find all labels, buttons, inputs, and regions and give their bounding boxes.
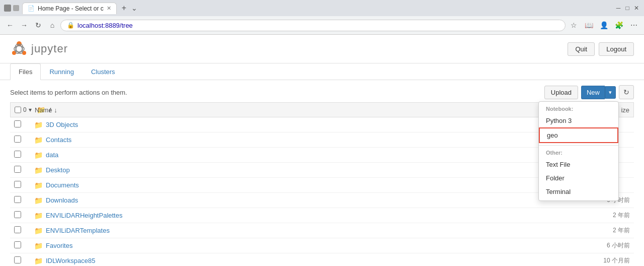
row-checkbox-4[interactable] xyxy=(14,181,21,188)
reading-list-button[interactable]: 📖 xyxy=(583,19,595,31)
browser-actions: ☆ 📖 👤 🧩 ⋯ xyxy=(568,19,640,31)
tab-files[interactable]: Files xyxy=(10,63,41,80)
terminal-option[interactable]: Terminal xyxy=(539,185,618,198)
row-name-col: 📁 Favorites xyxy=(34,242,570,250)
browser-tab[interactable]: 📄 Home Page - Select or c ✕ xyxy=(22,3,117,14)
folder-icon: 📁 xyxy=(34,242,43,250)
refresh-files-button[interactable]: ↻ xyxy=(619,85,634,99)
toolbar-hint: Select items to perform actions on them. xyxy=(10,89,127,96)
selected-count: 0 ▾ xyxy=(23,106,32,113)
row-check-col xyxy=(14,151,34,159)
new-dropdown-menu: Notebook: Python 3 geo Other: Text File … xyxy=(538,101,619,201)
row-checkbox-8[interactable] xyxy=(14,241,21,248)
row-check-col xyxy=(14,196,34,205)
row-date-col: 2 年前 xyxy=(570,211,630,220)
minimize-button[interactable]: ─ xyxy=(615,5,622,12)
tab-favicon: 📄 xyxy=(28,5,35,12)
row-checkbox-6[interactable] xyxy=(14,211,21,218)
folder-icon: 📁 xyxy=(34,121,43,129)
other-section-header: Other: xyxy=(539,148,618,158)
nav-tabs: Files Running Clusters xyxy=(0,63,644,80)
folder-icon: 📁 xyxy=(34,136,43,144)
close-button[interactable]: ✕ xyxy=(633,5,640,12)
folder-icon: 📁 xyxy=(34,212,43,220)
row-name-col: 📁 ENVILiDARTemplates xyxy=(34,227,570,235)
address-bar[interactable]: 🔒 localhost:8889/tree xyxy=(60,20,566,31)
window-controls: ─ □ ✕ xyxy=(615,5,640,12)
browser-controls: ← → ↻ ⌂ 🔒 localhost:8889/tree ☆ 📖 👤 🧩 ⋯ xyxy=(0,16,644,34)
quit-button[interactable]: Quit xyxy=(568,42,595,56)
tab-list-button[interactable]: ⌄ xyxy=(131,4,137,12)
row-checkbox-2[interactable] xyxy=(14,151,21,158)
row-check-col xyxy=(14,166,34,174)
new-button-dropdown[interactable]: ▾ xyxy=(605,86,616,99)
folder-icon: 📁 xyxy=(34,196,43,205)
file-link-0[interactable]: 3D Objects xyxy=(46,121,78,128)
row-check-col xyxy=(14,226,34,235)
row-check-col xyxy=(14,256,34,265)
main-content: Select items to perform actions on them.… xyxy=(0,80,644,266)
back-button[interactable]: ← xyxy=(4,19,16,31)
folder-icon: 📁 xyxy=(34,166,43,174)
folder-icon: 📁 xyxy=(34,181,43,189)
row-check-col xyxy=(14,181,34,189)
file-link-2[interactable]: data xyxy=(46,151,58,159)
dropdown-divider xyxy=(539,145,618,146)
browser-app-icon xyxy=(4,5,11,12)
folder-icon: 📁 xyxy=(34,227,43,235)
home-button[interactable]: ⌂ xyxy=(46,19,58,31)
table-row: 📁 ENVILiDARTemplates 2 年前 xyxy=(10,223,634,238)
jupyter-app: jupyter Quit Logout Files Running Cluste… xyxy=(0,35,644,266)
forward-button[interactable]: → xyxy=(18,19,30,31)
row-checkbox-3[interactable] xyxy=(14,166,21,173)
file-link-4[interactable]: Documents xyxy=(46,181,79,189)
lock-icon: 🔒 xyxy=(67,22,74,29)
new-button-group: New ▾ xyxy=(581,86,616,99)
upload-button[interactable]: Upload xyxy=(544,86,578,99)
folder-option[interactable]: Folder xyxy=(539,171,618,185)
select-all-checkbox[interactable] xyxy=(15,106,21,113)
geo-option[interactable]: geo xyxy=(539,127,618,143)
logout-button[interactable]: Logout xyxy=(599,42,634,56)
settings-button[interactable]: ⋯ xyxy=(628,19,640,31)
tab-clusters[interactable]: Clusters xyxy=(83,63,124,80)
table-row: 📁 ENVILiDARHeightPalettes 2 年前 xyxy=(10,208,634,223)
row-name-col: 📁 IDLWorkspace85 xyxy=(34,257,570,265)
table-row: 📁 IDLWorkspace85 10 个月前 xyxy=(10,253,634,266)
row-name-col: 📁 ENVILiDARHeightPalettes xyxy=(34,212,570,220)
row-date-col: 10 个月前 xyxy=(570,256,630,265)
row-checkbox-0[interactable] xyxy=(14,120,21,127)
row-checkbox-7[interactable] xyxy=(14,226,21,233)
browser-chrome: 📄 Home Page - Select or c ✕ + ⌄ ─ □ ✕ ← … xyxy=(0,0,644,35)
tab-title: Home Page - Select or c xyxy=(38,5,104,12)
file-link-1[interactable]: Contacts xyxy=(46,136,71,144)
file-link-7[interactable]: ENVILiDARTemplates xyxy=(46,227,110,234)
row-checkbox-1[interactable] xyxy=(14,136,21,143)
extensions-button[interactable]: 🧩 xyxy=(613,19,625,31)
file-link-5[interactable]: Downloads xyxy=(46,196,78,204)
refresh-button[interactable]: ↻ xyxy=(32,19,44,31)
python3-option[interactable]: Python 3 xyxy=(539,114,618,127)
bookmarks-button[interactable]: ☆ xyxy=(568,19,580,31)
profile-button[interactable]: 👤 xyxy=(598,19,610,31)
maximize-button[interactable]: □ xyxy=(624,5,631,12)
tab-running[interactable]: Running xyxy=(41,63,82,80)
row-name-col: 📁 Desktop xyxy=(34,166,570,174)
row-checkbox-9[interactable] xyxy=(14,256,21,263)
text-file-option[interactable]: Text File xyxy=(539,158,618,171)
row-name-col: 📁 3D Objects xyxy=(34,121,570,129)
file-link-6[interactable]: ENVILiDARHeightPalettes xyxy=(46,212,122,219)
file-link-3[interactable]: Desktop xyxy=(46,166,70,174)
row-name-col: 📁 Documents xyxy=(34,181,570,189)
file-link-9[interactable]: IDLWorkspace85 xyxy=(46,257,96,264)
row-check-col xyxy=(14,136,34,144)
new-button[interactable]: New xyxy=(581,86,605,99)
new-tab-button[interactable]: + xyxy=(120,4,128,13)
file-link-8[interactable]: Favorites xyxy=(46,242,72,249)
row-checkbox-5[interactable] xyxy=(14,196,21,203)
table-row: 📁 Favorites 6 小时前 xyxy=(10,238,634,253)
jupyter-logo-icon xyxy=(10,40,28,58)
tab-close-button[interactable]: ✕ xyxy=(107,5,111,12)
header-check-col: 0 ▾ 📁 / xyxy=(15,106,35,114)
header-name-col[interactable]: Name ↓ xyxy=(35,106,539,114)
